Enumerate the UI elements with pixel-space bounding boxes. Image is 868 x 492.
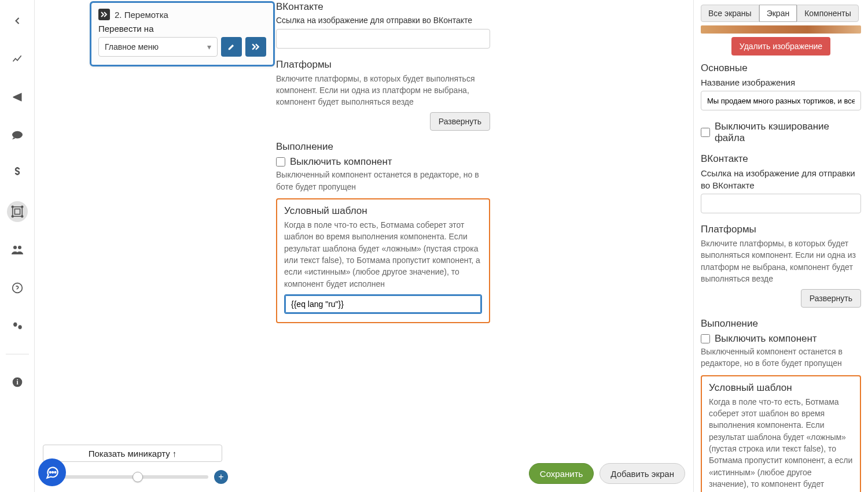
vk-section-title: ВКонтакте [276, 1, 490, 13]
right-disable-help: Выключенный компонент останется в редакт… [701, 346, 861, 369]
add-screen-button[interactable]: Добавить экран [599, 463, 685, 484]
right-vk-link-label: Ссылка на изображение для отправки во ВК… [701, 167, 861, 191]
back-icon[interactable] [7, 10, 28, 31]
svg-point-9 [12, 283, 22, 293]
main-section-title: Основные [701, 62, 861, 74]
image-name-input[interactable] [701, 91, 861, 110]
disable-cache-checkbox[interactable] [701, 128, 710, 137]
svg-point-0 [12, 131, 23, 139]
messages-icon[interactable] [7, 125, 28, 146]
expand-button[interactable]: Развернуть [430, 112, 490, 131]
tab-screen[interactable]: Экран [759, 5, 797, 22]
right-platforms-title: Платформы [701, 224, 861, 235]
right-disable-component-label: Выключить компонент [715, 333, 817, 345]
card-title: 2. Перемотка [115, 10, 168, 20]
save-button[interactable]: Сохранить [529, 463, 594, 484]
svg-rect-1 [12, 207, 22, 217]
vk-link-label: Ссылка на изображение для отправки во ВК… [276, 15, 490, 27]
disable-help: Выключенный компонент останется в редакт… [276, 169, 490, 193]
payments-icon[interactable] [7, 163, 28, 184]
conditional-title: Условный шаблон [284, 205, 482, 217]
zoom-in-button[interactable]: + [214, 470, 228, 484]
right-tabs: Все экраны Экран Компоненты [701, 5, 861, 22]
right-panel: Все экраны Экран Компоненты Удалить изоб… [693, 0, 868, 492]
forward-button[interactable] [245, 37, 266, 57]
svg-point-4 [21, 206, 23, 208]
sidebar-nav: i [0, 0, 35, 492]
execution-title: Выполнение [276, 141, 490, 153]
svg-point-5 [12, 216, 13, 217]
tab-components[interactable]: Компоненты [797, 5, 859, 22]
card-select-value: Главное меню [105, 42, 159, 51]
card-select[interactable]: Главное меню ▾ [98, 37, 218, 57]
vk-link-input[interactable] [276, 29, 490, 49]
analytics-icon[interactable] [7, 49, 28, 69]
bottom-left-controls: Показать миникарту ↑ − + [43, 445, 228, 484]
platforms-title: Платформы [276, 59, 490, 71]
info-icon[interactable]: i [7, 372, 28, 393]
disable-component-label: Выключить компонент [290, 156, 392, 168]
conditional-highlight-box: Условный шаблон Когда в поле что-то есть… [276, 198, 490, 323]
right-disable-component-checkbox[interactable] [701, 334, 710, 343]
broadcast-icon[interactable] [7, 87, 28, 108]
image-name-label: Название изображения [701, 76, 861, 88]
svg-point-16 [54, 472, 56, 473]
platforms-help: Включите платформы, в которых будет выпо… [276, 73, 490, 108]
settings-icon[interactable] [7, 316, 28, 336]
canvas[interactable]: 2. Перемотка Перевести на Главное меню ▾… [35, 0, 693, 492]
forward-icon [98, 9, 110, 20]
conditional-help: Когда в поле что-то есть, Ботмама собере… [284, 219, 482, 290]
right-expand-button[interactable]: Развернуть [801, 289, 861, 308]
properties-panel: ВКонтакте Ссылка на изображение для отпр… [276, 0, 490, 323]
image-preview [701, 25, 861, 34]
right-platforms-help: Включите платформы, в которых будет выпо… [701, 238, 861, 284]
right-conditional-title: Условный шаблон [709, 382, 853, 394]
divider [6, 354, 29, 354]
edit-button[interactable] [221, 37, 242, 57]
svg-point-6 [21, 216, 23, 217]
tab-all-screens[interactable]: Все экраны [701, 5, 759, 22]
right-execution-title: Выполнение [701, 318, 861, 330]
right-conditional-box: Условный шаблон Когда в поле что-то есть… [701, 375, 861, 492]
right-vk-link-input[interactable] [701, 194, 861, 213]
svg-point-3 [12, 206, 13, 208]
right-conditional-help: Когда в поле что-то есть, Ботмама собере… [709, 396, 853, 492]
disable-component-checkbox[interactable] [276, 157, 285, 167]
disable-cache-label: Выключить кэширование файла [715, 121, 861, 144]
minimap-toggle-button[interactable]: Показать миникарту ↑ [43, 445, 222, 462]
builder-icon[interactable] [7, 201, 28, 222]
card-header: 2. Перемотка [98, 9, 266, 20]
caret-down-icon: ▾ [207, 42, 211, 51]
svg-point-14 [50, 472, 51, 473]
card-translate-label: Перевести на [98, 24, 266, 34]
conditional-input[interactable] [284, 294, 482, 314]
chat-support-button[interactable] [38, 458, 66, 486]
delete-image-button[interactable]: Удалить изображение [731, 37, 830, 56]
zoom-slider-thumb[interactable] [133, 472, 143, 482]
svg-point-15 [52, 472, 53, 473]
svg-point-7 [13, 246, 17, 249]
help-icon[interactable] [7, 278, 28, 298]
bottom-right-controls: Сохранить Добавить экран [529, 463, 685, 484]
svg-point-8 [18, 246, 21, 249]
users-icon[interactable] [7, 239, 28, 260]
canvas-component-card[interactable]: 2. Перемотка Перевести на Главное меню ▾ [90, 1, 275, 66]
right-vk-title: ВКонтакте [701, 153, 861, 165]
zoom-slider[interactable] [62, 475, 208, 479]
svg-rect-2 [14, 209, 20, 214]
